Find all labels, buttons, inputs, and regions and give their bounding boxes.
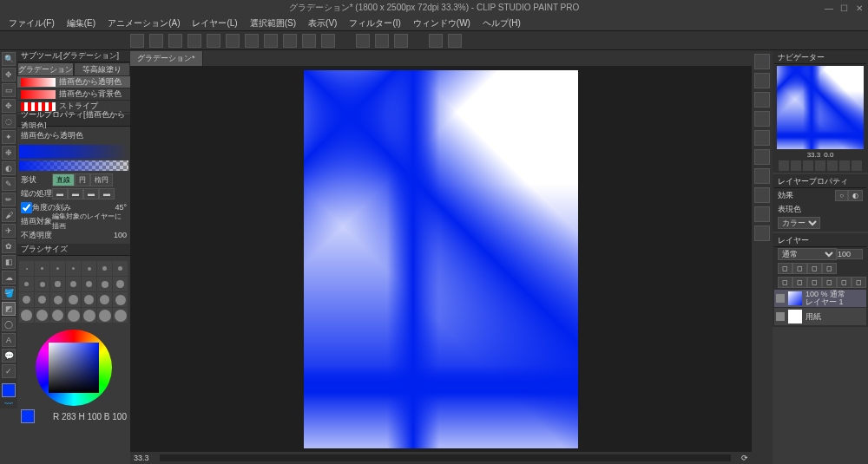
tool-pencil-icon[interactable]: ✏: [2, 193, 16, 206]
layer-lock4-icon[interactable]: ◻: [822, 263, 837, 274]
effect-tone-icon[interactable]: ◐: [848, 190, 863, 201]
nav-zoomin-icon[interactable]: [803, 160, 813, 171]
layer-new-icon[interactable]: ◻: [778, 277, 792, 288]
menu-edit[interactable]: 編集(E): [63, 16, 99, 31]
brush-size-dot[interactable]: [97, 261, 112, 276]
tool-balloon-icon[interactable]: 💬: [2, 349, 16, 363]
layer-lock1-icon[interactable]: ◻: [778, 263, 792, 274]
tool-eraser-icon[interactable]: ◧: [2, 255, 16, 269]
brush-size-dot[interactable]: [50, 277, 65, 291]
tool-airbrush-icon[interactable]: ✈: [2, 224, 16, 238]
maximize-button[interactable]: ☐: [840, 3, 849, 12]
color-square[interactable]: [49, 343, 99, 393]
gradient-editor[interactable]: [19, 160, 128, 171]
cmd-redo-icon[interactable]: [207, 34, 220, 48]
brush-size-dot[interactable]: [82, 308, 96, 323]
shape-circle-button[interactable]: 円: [75, 173, 90, 186]
tool-movelayer-icon[interactable]: ✥: [2, 99, 16, 113]
menu-animation[interactable]: アニメーション(A): [104, 16, 183, 31]
color-wheel[interactable]: [36, 330, 112, 406]
expression-select[interactable]: カラー: [778, 217, 820, 229]
navigator-thumbnail[interactable]: [777, 66, 864, 149]
brush-size-dot[interactable]: [82, 292, 96, 307]
shape-linear-button[interactable]: 直線: [52, 173, 75, 186]
brush-size-dot[interactable]: [35, 308, 49, 323]
material4-icon[interactable]: [754, 130, 770, 146]
minimize-button[interactable]: —: [825, 3, 833, 12]
cmd-clear-icon[interactable]: [226, 34, 240, 48]
cmd-undo-icon[interactable]: [187, 34, 201, 48]
document-tab[interactable]: グラデーション*: [130, 51, 203, 66]
material2-icon[interactable]: [754, 92, 770, 108]
cmd-selectall-icon[interactable]: [245, 34, 259, 48]
cmd-fill-icon[interactable]: [283, 34, 297, 48]
misc-icon[interactable]: ⟳: [741, 454, 748, 462]
tool-fill-icon[interactable]: 🪣: [2, 286, 16, 300]
edge-opt1-button[interactable]: ▬: [52, 188, 68, 199]
nav-rotation-value[interactable]: 0.0: [824, 151, 833, 159]
brush-size-dot[interactable]: [35, 261, 49, 276]
cmd-scale-icon[interactable]: [321, 34, 335, 48]
layer-item-paper[interactable]: 用紙: [774, 308, 866, 325]
blend-mode-select[interactable]: 通常: [778, 248, 837, 260]
tool-lasso-icon[interactable]: ❉: [2, 146, 16, 160]
menu-layer[interactable]: レイヤー(L): [188, 16, 240, 31]
layer-item-1[interactable]: 100 % 通常 レイヤー 1: [774, 290, 866, 307]
layer-folder-icon[interactable]: ◻: [792, 277, 807, 288]
effect-border-icon[interactable]: ○: [835, 190, 848, 201]
tool-blend-icon[interactable]: ☁: [2, 271, 16, 284]
nav-rotate-l-icon[interactable]: [827, 160, 838, 171]
material9-icon[interactable]: [754, 225, 770, 241]
brush-size-dot[interactable]: [82, 261, 96, 276]
draw-target-value[interactable]: 編集対象のレイヤーに描画: [52, 212, 127, 231]
tool-move-icon[interactable]: ✥: [2, 68, 16, 82]
tool-pen-icon[interactable]: ✎: [2, 177, 16, 191]
cmd-save-icon[interactable]: [168, 34, 182, 48]
angle-step-checkbox[interactable]: [21, 202, 32, 213]
brush-size-dot[interactable]: [19, 261, 34, 276]
brush-size-dot[interactable]: [66, 292, 81, 307]
cmd-crop-icon[interactable]: [302, 34, 316, 48]
layer-trash-icon[interactable]: ◻: [852, 277, 866, 288]
tool-marquee-icon[interactable]: ◌: [2, 114, 16, 128]
menu-window[interactable]: ウィンドウ(W): [410, 16, 474, 31]
material7-icon[interactable]: [754, 187, 770, 203]
material6-icon[interactable]: [754, 168, 770, 184]
brush-size-dot[interactable]: [66, 308, 81, 323]
brush-size-dot[interactable]: [113, 292, 128, 307]
layer-mask-icon[interactable]: ◻: [807, 277, 822, 288]
brush-size-dot[interactable]: [19, 308, 34, 323]
cmd-new-icon[interactable]: [130, 34, 144, 48]
menu-select[interactable]: 選択範囲(S): [247, 16, 299, 31]
visibility-icon[interactable]: [776, 294, 785, 303]
layer-apply-icon[interactable]: ◻: [822, 277, 837, 288]
brush-size-dot[interactable]: [66, 277, 81, 291]
edge-opt4-button[interactable]: ▬: [99, 188, 115, 199]
brush-size-dot[interactable]: [97, 277, 112, 291]
brush-size-dot[interactable]: [19, 277, 34, 291]
tool-correct-icon[interactable]: ✓: [2, 364, 16, 378]
tab-contour[interactable]: 等高線塗り: [74, 62, 130, 76]
brush-size-dot[interactable]: [66, 261, 81, 276]
brush-size-dot[interactable]: [113, 261, 128, 276]
material8-icon[interactable]: [754, 206, 770, 222]
nav-rotate-r-icon[interactable]: [839, 160, 850, 171]
menu-file[interactable]: ファイル(F): [5, 16, 58, 31]
tool-figure-icon[interactable]: ◯: [2, 317, 16, 331]
cmd-deselect-icon[interactable]: [264, 34, 278, 48]
tool-brush-icon[interactable]: 🖌: [2, 208, 16, 222]
material5-icon[interactable]: [754, 149, 770, 165]
cmd-snap2-icon[interactable]: [375, 34, 389, 48]
cmd-studio-icon[interactable]: [448, 34, 462, 48]
brush-size-dot[interactable]: [35, 277, 49, 291]
horizontal-scrollbar[interactable]: [160, 454, 731, 461]
tool-eyedropper-icon[interactable]: ◐: [2, 161, 16, 175]
edge-opt3-button[interactable]: ▬: [83, 188, 99, 199]
gradient-preset-fgbg[interactable]: 描画色から背景色: [17, 88, 130, 101]
material3-icon[interactable]: [754, 111, 770, 127]
tool-wand-icon[interactable]: ✦: [2, 130, 16, 144]
canvas[interactable]: [304, 70, 578, 448]
close-button[interactable]: ✕: [856, 3, 865, 12]
cmd-snap1-icon[interactable]: [356, 34, 370, 48]
tool-operate-icon[interactable]: ▭: [2, 83, 16, 97]
